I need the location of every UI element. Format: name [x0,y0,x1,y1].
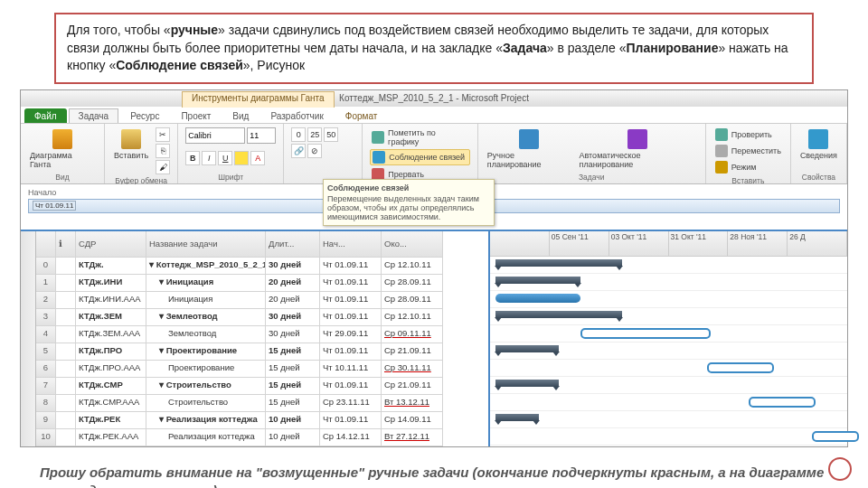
mode-button[interactable]: Режим [713,160,783,174]
cell-finish[interactable]: Ср 12.10.11 [382,309,443,326]
cell-wbs[interactable]: КТДж.СМР.ААА [76,395,146,412]
table-row[interactable]: 10КТДж.РЕК.АААРеализация коттеджа10 дней… [36,429,488,446]
cell-name[interactable]: Землеотвод [146,326,266,343]
cell-duration[interactable]: 20 дней [266,275,320,292]
gantt-bar[interactable] [495,380,559,387]
pct25-button[interactable]: 25 [307,127,322,142]
pct50-button[interactable]: 50 [324,127,338,142]
gantt-bar[interactable] [495,345,559,352]
tab-developer[interactable]: Разработчик [260,108,333,123]
tab-resource[interactable]: Ресурс [120,108,169,123]
cell-finish[interactable]: Ср 21.09.11 [382,343,443,361]
inspect-button[interactable]: Проверить [713,127,783,142]
tab-view[interactable]: Вид [222,108,259,123]
font-name-input[interactable] [185,127,245,144]
cell-duration[interactable]: 15 дней [266,361,320,378]
cell-start[interactable]: Чт 01.09.11 [320,412,382,429]
table-row[interactable]: 0КТДж.▾ Коттедж_MSP_2010_5_2_130 днейЧт … [36,258,488,275]
cell-name[interactable]: ▾ Коттедж_MSP_2010_5_2_1 [146,258,266,275]
cell-start[interactable]: Чт 01.09.11 [320,309,382,326]
cell-wbs[interactable]: КТДж.ПРО [76,343,146,361]
col-rownum[interactable] [36,231,56,258]
cell-start[interactable]: Чт 29.09.11 [320,326,382,343]
cell-finish[interactable]: Ср 28.09.11 [382,275,443,292]
cell-name[interactable]: ▾ Реализация коттеджа [146,412,266,429]
cell-finish[interactable]: Ср 21.09.11 [382,378,443,395]
cell-duration[interactable]: 20 дней [266,292,320,309]
cell-start[interactable]: Чт 01.09.11 [320,292,382,309]
cell-finish[interactable]: Ср 30.11.11 [382,361,443,378]
col-info[interactable]: ℹ [56,231,76,258]
table-row[interactable]: 6КТДж.ПРО.АААПроектирование15 днейЧт 10.… [36,361,488,378]
cell-name[interactable]: Инициация [146,292,266,309]
cell-finish[interactable]: Ср 28.09.11 [382,292,443,309]
cell-wbs[interactable]: КТДж.ЗЕМ.ААА [76,326,146,343]
manual-schedule-button[interactable]: Ручное планирование [486,127,572,171]
cell-finish[interactable]: Вт 27.12.11 [382,429,443,446]
gantt-bar[interactable] [812,431,859,442]
bgcolor-button[interactable] [234,151,249,165]
cell-duration[interactable]: 15 дней [266,395,320,412]
cell-name[interactable]: Проектирование [146,361,266,378]
cell-start[interactable]: Чт 01.09.11 [320,275,382,292]
italic-button[interactable]: I [202,151,216,165]
cell-wbs[interactable]: КТДж.ИНИ.ААА [76,292,146,309]
cell-duration[interactable]: 10 дней [266,412,320,429]
col-finish[interactable]: Око... [382,231,443,258]
cell-finish[interactable]: Ср 12.10.11 [382,258,443,275]
cell-start[interactable]: Чт 10.11.11 [320,361,382,378]
col-wbs[interactable]: СДР [76,231,146,258]
cell-finish[interactable]: Ср 14.09.11 [382,412,443,429]
auto-schedule-button[interactable]: Автоматическое планирование [578,127,698,171]
paste-button[interactable]: Вставить [112,127,150,162]
copy-icon[interactable]: ⎘ [156,144,170,158]
col-duration[interactable]: Длит... [266,231,320,258]
link-button[interactable]: 🔗 [291,144,306,158]
gantt-bar[interactable] [495,294,580,303]
tab-format[interactable]: Формат [335,108,388,123]
tab-file[interactable]: Файл [24,108,67,123]
fontcolor-button[interactable]: A [250,151,265,165]
cell-duration[interactable]: 30 дней [266,309,320,326]
tab-task[interactable]: Задача [69,108,119,123]
unlink-button[interactable]: ⊘ [307,144,322,158]
table-row[interactable]: 1КТДж.ИНИ▾ Инициация20 днейЧт 01.09.11Ср… [36,275,488,292]
pct0-button[interactable]: 0 [291,127,306,142]
cell-finish[interactable]: Ср 09.11.11 [382,326,443,343]
cell-finish[interactable]: Вт 13.12.11 [382,395,443,412]
gantt-bar[interactable] [495,259,622,267]
cell-start[interactable]: Чт 01.09.11 [320,378,382,395]
mark-on-track-button[interactable]: Пометить по графику [370,127,470,147]
brush-icon[interactable]: 🖌 [156,160,170,174]
cell-name[interactable]: ▾ Строительство [146,378,266,395]
gantt-chart-button[interactable]: Диаграмма Ганта [28,127,97,171]
tab-project[interactable]: Проект [171,108,221,123]
cell-name[interactable]: Строительство [146,395,266,412]
view-strip[interactable] [21,231,36,446]
gantt-bar[interactable] [580,328,711,339]
information-button[interactable]: Сведения [798,127,839,162]
cell-name[interactable]: ▾ Проектирование [146,343,266,361]
cell-start[interactable]: Ср 14.12.11 [320,429,382,446]
cell-duration[interactable]: 10 дней [266,429,320,446]
cell-wbs[interactable]: КТДж.СМР [76,378,146,395]
gantt-bar[interactable] [495,277,580,284]
table-row[interactable]: 9КТДж.РЕК▾ Реализация коттеджа10 днейЧт … [36,412,488,429]
cell-start[interactable]: Чт 01.09.11 [320,343,382,361]
table-row[interactable]: 8КТДж.СМР.АААСтроительство15 днейСр 23.1… [36,395,488,412]
gantt-bar[interactable] [749,397,816,408]
cell-name[interactable]: ▾ Землеотвод [146,309,266,326]
gantt-bar[interactable] [495,414,539,421]
cell-wbs[interactable]: КТДж.ПРО.ААА [76,361,146,378]
table-row[interactable]: 5КТДж.ПРО▾ Проектирование15 днейЧт 01.09… [36,343,488,361]
respect-links-button[interactable]: Соблюдение связей [370,149,470,165]
table-row[interactable]: 7КТДж.СМР▾ Строительство15 днейЧт 01.09.… [36,378,488,395]
table-row[interactable]: 3КТДж.ЗЕМ▾ Землеотвод30 днейЧт 01.09.11С… [36,309,488,326]
cell-duration[interactable]: 15 дней [266,343,320,361]
gantt-bar[interactable] [495,311,622,318]
gantt-bar[interactable] [707,362,774,373]
cell-start[interactable]: Чт 01.09.11 [320,258,382,275]
cell-name[interactable]: ▾ Инициация [146,275,266,292]
font-size-input[interactable] [247,127,276,144]
bold-button[interactable]: B [185,151,200,165]
